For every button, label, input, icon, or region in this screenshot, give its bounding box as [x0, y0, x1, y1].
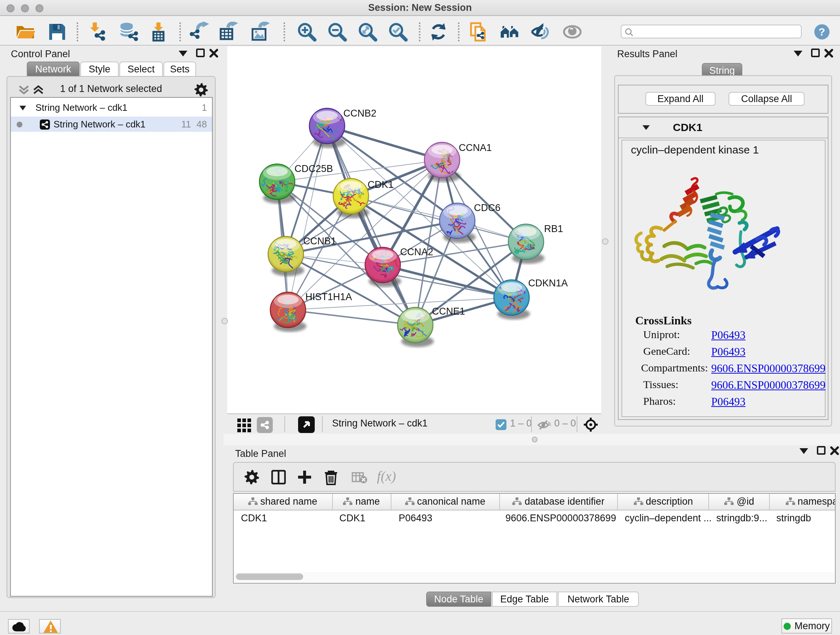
svg-text:CDC25B: CDC25B	[294, 163, 333, 174]
svg-text:CDK1: CDK1	[368, 179, 393, 190]
svg-text:?: ?	[819, 26, 825, 38]
svg-text:CDKN1A: CDKN1A	[528, 278, 568, 288]
svg-text:HIST1H1A: HIST1H1A	[305, 291, 352, 302]
svg-text:RB1: RB1	[544, 223, 563, 234]
svg-text:CCNB1: CCNB1	[303, 236, 336, 247]
svg-text:CCNA2: CCNA2	[400, 247, 433, 257]
svg-text:CCNA1: CCNA1	[459, 142, 492, 153]
svg-text:CDC6: CDC6	[474, 203, 501, 213]
svg-text:CCNE1: CCNE1	[432, 306, 465, 317]
svg-text:CCNB2: CCNB2	[343, 108, 377, 119]
